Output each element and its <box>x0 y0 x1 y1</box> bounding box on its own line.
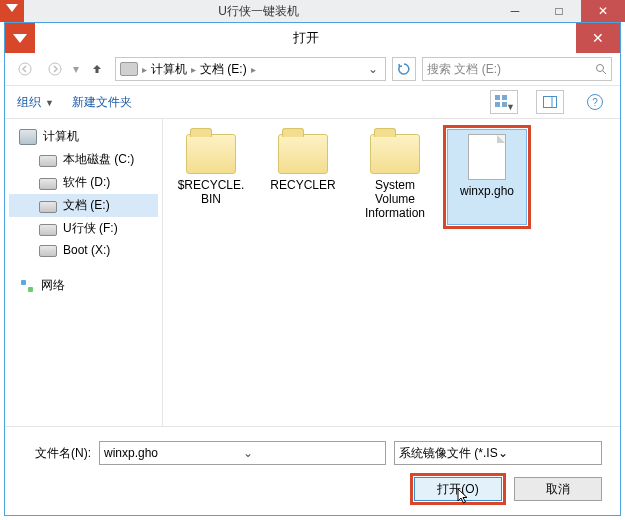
refresh-icon <box>397 62 411 76</box>
preview-pane-button[interactable] <box>536 90 564 114</box>
chevron-right-icon: ▸ <box>191 64 196 75</box>
folder-item[interactable]: RECYCLER <box>263 129 343 225</box>
arrow-left-icon <box>18 62 32 76</box>
tree-root-computer[interactable]: 计算机 <box>9 125 158 148</box>
nav-recent-dropdown[interactable]: ▾ <box>73 62 79 76</box>
cancel-button-label: 取消 <box>546 481 570 498</box>
organize-label: 组织 <box>17 95 41 109</box>
file-label: winxp.gho <box>460 184 514 198</box>
breadcrumb-segment[interactable]: 计算机 <box>151 61 187 78</box>
nav-tree: 计算机 本地磁盘 (C:)软件 (D:)文档 (E:)U行侠 (F:)Boot … <box>5 119 163 426</box>
toolbar: 组织▼ 新建文件夹 ▼ ? <box>5 86 620 119</box>
nav-forward-button[interactable] <box>43 57 67 81</box>
parent-title: U行侠一键装机 <box>24 3 493 20</box>
chevron-down-icon: ▼ <box>506 102 515 112</box>
filetype-value: 系统镜像文件 (*.ISO;*.GHO;*.WIM) <box>399 445 498 462</box>
chevron-down-icon[interactable]: ⌄ <box>498 446 597 460</box>
tree-item-label: Boot (X:) <box>63 243 110 257</box>
folder-icon <box>278 134 328 174</box>
file-label: $RECYCLE.BIN <box>176 178 246 206</box>
search-icon <box>595 63 607 75</box>
dialog-title-bar: 打开 ✕ <box>5 23 620 53</box>
drive-icon <box>39 245 57 257</box>
chevron-down-icon: ▼ <box>45 98 54 108</box>
nav-row: ▾ ▸ 计算机 ▸ 文档 (E:) ▸ ⌄ 搜索 文档 (E:) <box>5 53 620 86</box>
search-input[interactable]: 搜索 文档 (E:) <box>422 57 612 81</box>
tree-item[interactable]: U行侠 (F:) <box>9 217 158 240</box>
filename-input[interactable]: winxp.gho ⌄ <box>99 441 386 465</box>
open-dialog: 打开 ✕ ▾ ▸ 计算机 ▸ 文档 (E:) ▸ ⌄ <box>4 22 621 516</box>
drive-icon <box>39 224 57 236</box>
file-list[interactable]: $RECYCLE.BINRECYCLERSystem Volume Inform… <box>163 119 620 426</box>
parent-title-bar: U行侠一键装机 ─ □ ✕ <box>0 0 625 22</box>
tree-item-label: U行侠 (F:) <box>63 220 118 237</box>
tree-root-label: 计算机 <box>43 128 79 145</box>
filename-value: winxp.gho <box>104 446 243 460</box>
new-folder-button[interactable]: 新建文件夹 <box>72 94 132 111</box>
breadcrumb-bar[interactable]: ▸ 计算机 ▸ 文档 (E:) ▸ ⌄ <box>115 57 386 81</box>
tree-item[interactable]: 软件 (D:) <box>9 171 158 194</box>
filetype-dropdown[interactable]: 系统镜像文件 (*.ISO;*.GHO;*.WIM) ⌄ <box>394 441 602 465</box>
svg-point-1 <box>49 63 61 75</box>
computer-icon <box>19 129 37 145</box>
help-button[interactable]: ? <box>582 91 608 113</box>
breadcrumb-dropdown[interactable]: ⌄ <box>365 62 381 76</box>
tree-item[interactable]: Boot (X:) <box>9 240 158 260</box>
arrow-up-icon <box>91 63 103 75</box>
nav-up-button[interactable] <box>85 57 109 81</box>
open-button-label: 打开(O) <box>437 481 478 498</box>
parent-maximize-button[interactable]: □ <box>537 0 581 22</box>
organize-menu[interactable]: 组织▼ <box>17 94 54 111</box>
dialog-app-icon <box>5 23 35 53</box>
svg-rect-4 <box>544 97 557 108</box>
chevron-right-icon: ▸ <box>251 64 256 75</box>
tree-item-label: 软件 (D:) <box>63 174 110 191</box>
tree-item-label: 本地磁盘 (C:) <box>63 151 134 168</box>
file-label: System Volume Information <box>360 178 430 220</box>
svg-point-0 <box>19 63 31 75</box>
dialog-title: 打开 <box>35 29 576 47</box>
filename-label: 文件名(N): <box>23 445 91 462</box>
svg-line-3 <box>603 71 606 74</box>
arrow-right-icon <box>48 62 62 76</box>
view-options-button[interactable]: ▼ <box>490 90 518 114</box>
breadcrumb-segment[interactable]: 文档 (E:) <box>200 61 247 78</box>
open-button[interactable]: 打开(O) <box>414 477 502 501</box>
parent-minimize-button[interactable]: ─ <box>493 0 537 22</box>
drive-icon <box>39 201 57 213</box>
network-icon <box>19 279 35 293</box>
parent-close-button[interactable]: ✕ <box>581 0 625 22</box>
parent-app-icon <box>0 0 24 22</box>
drive-icon <box>39 178 57 190</box>
tree-root-network[interactable]: 网络 <box>9 274 158 297</box>
drive-icon <box>39 155 57 167</box>
refresh-button[interactable] <box>392 57 416 81</box>
drive-icon <box>120 62 138 76</box>
chevron-down-icon[interactable]: ⌄ <box>243 446 382 460</box>
svg-point-2 <box>597 65 604 72</box>
chevron-right-icon: ▸ <box>142 64 147 75</box>
tree-item-label: 文档 (E:) <box>63 197 110 214</box>
file-item[interactable]: winxp.gho <box>447 129 527 225</box>
cancel-button[interactable]: 取消 <box>514 477 602 501</box>
search-placeholder: 搜索 文档 (E:) <box>427 61 595 78</box>
dialog-body: 计算机 本地磁盘 (C:)软件 (D:)文档 (E:)U行侠 (F:)Boot … <box>5 119 620 426</box>
help-icon: ? <box>587 94 603 110</box>
file-icon <box>468 134 506 180</box>
nav-back-button[interactable] <box>13 57 37 81</box>
file-label: RECYCLER <box>270 178 335 192</box>
folder-item[interactable]: System Volume Information <box>355 129 435 225</box>
dialog-footer: 文件名(N): winxp.gho ⌄ 系统镜像文件 (*.ISO;*.GHO;… <box>5 426 620 515</box>
preview-pane-icon <box>543 96 557 108</box>
tree-network-label: 网络 <box>41 277 65 294</box>
folder-icon <box>186 134 236 174</box>
folder-icon <box>370 134 420 174</box>
tree-item[interactable]: 本地磁盘 (C:) <box>9 148 158 171</box>
dialog-close-button[interactable]: ✕ <box>576 23 620 53</box>
tree-item[interactable]: 文档 (E:) <box>9 194 158 217</box>
folder-item[interactable]: $RECYCLE.BIN <box>171 129 251 225</box>
